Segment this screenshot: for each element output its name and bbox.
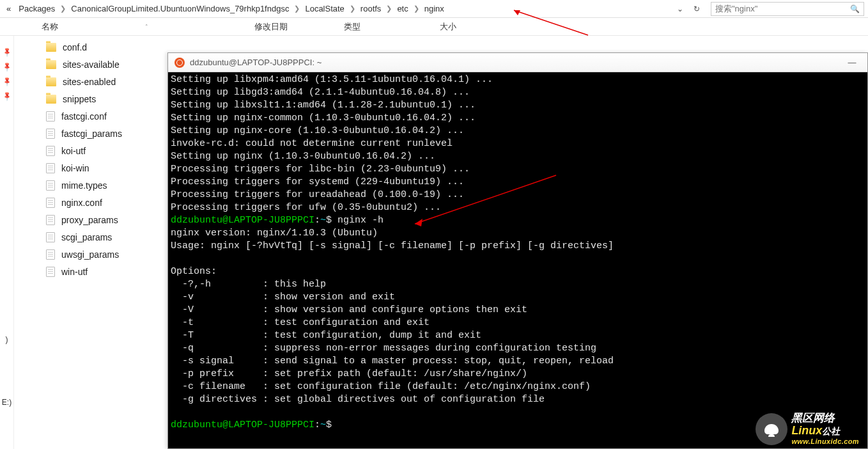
watermark-top: 黑区网络 — [791, 412, 835, 424]
file-icon — [46, 146, 55, 156]
breadcrumb-item[interactable]: Packages — [16, 3, 58, 15]
file-name: nginx.conf — [61, 198, 102, 208]
file-name: sites-available — [63, 59, 120, 70]
file-item[interactable]: koi-win — [14, 159, 167, 177]
folder-icon — [46, 60, 56, 69]
quick-access-strip: 📌 📌 📌 📌 ) E:) — [0, 36, 14, 449]
pin-icon[interactable]: 📌 — [1, 47, 12, 57]
terminal-body[interactable]: Setting up libxpm4:amd64 (1:3.5.11-1ubun… — [168, 72, 867, 448]
watermark-brand: Linux — [791, 424, 822, 437]
file-icon — [46, 232, 55, 242]
sort-asc-icon[interactable]: ˄ — [141, 24, 152, 30]
chevron-right-icon: ❯ — [60, 4, 66, 13]
file-name: conf.d — [63, 42, 87, 52]
pin-icon[interactable]: 📌 — [1, 91, 12, 101]
file-name: fastcgi.conf — [61, 111, 107, 122]
file-name: sites-enabled — [63, 77, 116, 87]
file-icon — [46, 198, 55, 208]
chevron-right-icon: ❯ — [294, 4, 300, 13]
file-icon — [46, 249, 55, 260]
file-item[interactable]: mime.types — [14, 177, 167, 194]
file-item[interactable]: fastcgi.conf — [14, 107, 167, 125]
minimize-button[interactable]: — — [843, 58, 861, 67]
chevron-right-icon: ❯ — [350, 4, 355, 13]
file-item[interactable]: win-utf — [14, 263, 167, 280]
breadcrumb-item[interactable]: CanonicalGroupLimited.UbuntuonWindows_79… — [68, 3, 291, 15]
file-item[interactable]: fastcgi_params — [14, 125, 167, 142]
chevron-right-icon: ❯ — [414, 4, 419, 13]
file-icon — [46, 111, 55, 122]
file-item[interactable]: nginx.conf — [14, 194, 167, 211]
folder-item[interactable]: sites-enabled — [14, 73, 167, 90]
file-icon — [46, 180, 55, 191]
file-name: proxy_params — [61, 215, 118, 225]
folder-item[interactable]: snippets — [14, 90, 167, 107]
file-name: koi-win — [61, 163, 89, 173]
column-header-modified[interactable]: 修改日期 — [254, 21, 344, 33]
drive-item[interactable]: ) — [6, 331, 8, 348]
pin-icon[interactable]: 📌 — [1, 76, 12, 86]
watermark-site: www.Linuxidc.com — [791, 437, 859, 445]
chevron-right-icon: ❯ — [386, 4, 392, 13]
column-headers: 名称 ˄ 修改日期 类型 大小 — [0, 18, 868, 36]
folder-icon — [46, 95, 56, 104]
breadcrumb: « Packages ❯ CanonicalGroupLimited.Ubunt… — [4, 3, 447, 15]
file-icon — [46, 267, 55, 277]
breadcrumb-item[interactable]: LocalState — [302, 3, 346, 15]
file-item[interactable]: koi-utf — [14, 142, 167, 159]
refresh-icon[interactable]: ↻ — [690, 3, 703, 15]
dropdown-icon[interactable]: ⌄ — [674, 3, 686, 15]
file-name: koi-utf — [61, 146, 86, 156]
file-item[interactable]: uwsgi_params — [14, 246, 167, 263]
folder-icon — [46, 77, 56, 86]
watermark-suffix: 公社 — [822, 426, 840, 436]
file-name: uwsgi_params — [61, 249, 119, 260]
file-item[interactable]: scgi_params — [14, 228, 167, 246]
column-header-name[interactable]: 名称 — [42, 21, 141, 33]
file-icon — [46, 129, 55, 139]
folder-item[interactable]: sites-available — [14, 56, 167, 73]
nav-controls: ⌄ ↻ — [674, 3, 703, 15]
mushroom-icon — [756, 413, 787, 445]
file-name: scgi_params — [61, 232, 112, 242]
drive-item[interactable]: E:) — [2, 394, 12, 411]
column-header-type[interactable]: 类型 — [344, 21, 440, 33]
search-input[interactable] — [715, 4, 848, 13]
column-header-size[interactable]: 大小 — [440, 21, 516, 33]
file-name: snippets — [63, 94, 96, 104]
file-icon — [46, 163, 55, 173]
file-name: mime.types — [61, 180, 107, 191]
address-bar: « Packages ❯ CanonicalGroupLimited.Ubunt… — [0, 0, 868, 18]
search-box[interactable]: 🔍 — [711, 2, 864, 16]
terminal-title: ddzubuntu@LAPTOP-JU8PPPCI: ~ — [190, 58, 322, 67]
file-name: fastcgi_params — [61, 129, 122, 139]
file-list: conf.dsites-availablesites-enabledsnippe… — [14, 36, 167, 449]
watermark: 黑区网络 Linux公社 www.Linuxidc.com — [756, 413, 859, 445]
folder-item[interactable]: conf.d — [14, 38, 167, 56]
file-icon — [46, 215, 55, 225]
terminal-window: ddzubuntu@LAPTOP-JU8PPPCI: ~ — Setting u… — [167, 52, 868, 449]
pin-icon[interactable]: 📌 — [1, 61, 12, 72]
file-name: win-utf — [61, 267, 88, 277]
terminal-titlebar[interactable]: ddzubuntu@LAPTOP-JU8PPPCI: ~ — — [168, 53, 867, 72]
breadcrumb-item[interactable]: nginx — [422, 3, 447, 15]
search-icon[interactable]: 🔍 — [850, 4, 860, 13]
breadcrumb-prefix[interactable]: « — [4, 3, 13, 15]
breadcrumb-item[interactable]: rootfs — [358, 3, 384, 15]
ubuntu-icon — [174, 58, 185, 68]
file-item[interactable]: proxy_params — [14, 211, 167, 228]
folder-icon — [46, 43, 56, 52]
breadcrumb-item[interactable]: etc — [394, 3, 410, 15]
